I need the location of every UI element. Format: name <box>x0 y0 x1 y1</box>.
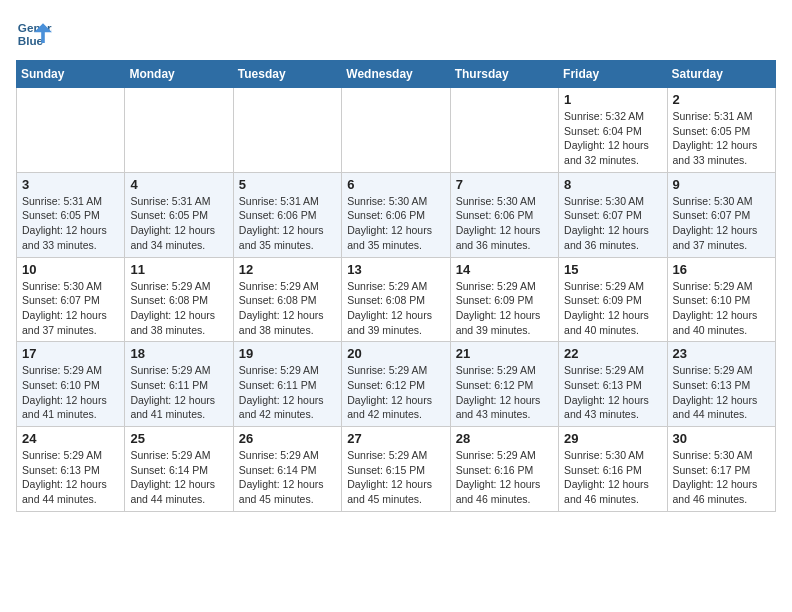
week-row-4: 17Sunrise: 5:29 AM Sunset: 6:10 PM Dayli… <box>17 342 776 427</box>
calendar-cell: 12Sunrise: 5:29 AM Sunset: 6:08 PM Dayli… <box>233 257 341 342</box>
cell-info: Sunrise: 5:29 AM Sunset: 6:09 PM Dayligh… <box>564 279 661 338</box>
cell-info: Sunrise: 5:30 AM Sunset: 6:07 PM Dayligh… <box>22 279 119 338</box>
day-number: 20 <box>347 346 444 361</box>
cell-info: Sunrise: 5:29 AM Sunset: 6:13 PM Dayligh… <box>673 363 770 422</box>
day-number: 17 <box>22 346 119 361</box>
cell-info: Sunrise: 5:30 AM Sunset: 6:07 PM Dayligh… <box>564 194 661 253</box>
calendar-cell <box>17 88 125 173</box>
day-number: 27 <box>347 431 444 446</box>
weekday-header-friday: Friday <box>559 61 667 88</box>
week-row-1: 1Sunrise: 5:32 AM Sunset: 6:04 PM Daylig… <box>17 88 776 173</box>
day-number: 3 <box>22 177 119 192</box>
calendar-cell: 14Sunrise: 5:29 AM Sunset: 6:09 PM Dayli… <box>450 257 558 342</box>
day-number: 2 <box>673 92 770 107</box>
calendar-cell: 10Sunrise: 5:30 AM Sunset: 6:07 PM Dayli… <box>17 257 125 342</box>
calendar-cell: 25Sunrise: 5:29 AM Sunset: 6:14 PM Dayli… <box>125 427 233 512</box>
calendar-cell <box>450 88 558 173</box>
cell-info: Sunrise: 5:30 AM Sunset: 6:07 PM Dayligh… <box>673 194 770 253</box>
day-number: 22 <box>564 346 661 361</box>
cell-info: Sunrise: 5:30 AM Sunset: 6:17 PM Dayligh… <box>673 448 770 507</box>
calendar-cell: 24Sunrise: 5:29 AM Sunset: 6:13 PM Dayli… <box>17 427 125 512</box>
day-number: 26 <box>239 431 336 446</box>
day-number: 9 <box>673 177 770 192</box>
day-number: 29 <box>564 431 661 446</box>
day-number: 1 <box>564 92 661 107</box>
cell-info: Sunrise: 5:31 AM Sunset: 6:05 PM Dayligh… <box>673 109 770 168</box>
day-number: 18 <box>130 346 227 361</box>
cell-info: Sunrise: 5:31 AM Sunset: 6:05 PM Dayligh… <box>22 194 119 253</box>
cell-info: Sunrise: 5:29 AM Sunset: 6:11 PM Dayligh… <box>130 363 227 422</box>
logo: General Blue <box>16 16 56 52</box>
calendar-cell: 26Sunrise: 5:29 AM Sunset: 6:14 PM Dayli… <box>233 427 341 512</box>
calendar-cell: 13Sunrise: 5:29 AM Sunset: 6:08 PM Dayli… <box>342 257 450 342</box>
day-number: 12 <box>239 262 336 277</box>
cell-info: Sunrise: 5:31 AM Sunset: 6:06 PM Dayligh… <box>239 194 336 253</box>
calendar-cell: 4Sunrise: 5:31 AM Sunset: 6:05 PM Daylig… <box>125 172 233 257</box>
weekday-header-thursday: Thursday <box>450 61 558 88</box>
logo-icon: General Blue <box>16 16 52 52</box>
calendar-cell: 30Sunrise: 5:30 AM Sunset: 6:17 PM Dayli… <box>667 427 775 512</box>
calendar-cell: 20Sunrise: 5:29 AM Sunset: 6:12 PM Dayli… <box>342 342 450 427</box>
day-number: 24 <box>22 431 119 446</box>
calendar-cell <box>125 88 233 173</box>
day-number: 23 <box>673 346 770 361</box>
cell-info: Sunrise: 5:29 AM Sunset: 6:15 PM Dayligh… <box>347 448 444 507</box>
weekday-header-sunday: Sunday <box>17 61 125 88</box>
day-number: 5 <box>239 177 336 192</box>
cell-info: Sunrise: 5:30 AM Sunset: 6:06 PM Dayligh… <box>456 194 553 253</box>
cell-info: Sunrise: 5:31 AM Sunset: 6:05 PM Dayligh… <box>130 194 227 253</box>
cell-info: Sunrise: 5:29 AM Sunset: 6:11 PM Dayligh… <box>239 363 336 422</box>
weekday-header-saturday: Saturday <box>667 61 775 88</box>
cell-info: Sunrise: 5:29 AM Sunset: 6:12 PM Dayligh… <box>456 363 553 422</box>
day-number: 25 <box>130 431 227 446</box>
day-number: 16 <box>673 262 770 277</box>
svg-text:Blue: Blue <box>18 34 44 47</box>
calendar-cell: 2Sunrise: 5:31 AM Sunset: 6:05 PM Daylig… <box>667 88 775 173</box>
cell-info: Sunrise: 5:29 AM Sunset: 6:10 PM Dayligh… <box>673 279 770 338</box>
calendar-cell: 23Sunrise: 5:29 AM Sunset: 6:13 PM Dayli… <box>667 342 775 427</box>
calendar-cell: 11Sunrise: 5:29 AM Sunset: 6:08 PM Dayli… <box>125 257 233 342</box>
day-number: 19 <box>239 346 336 361</box>
cell-info: Sunrise: 5:29 AM Sunset: 6:10 PM Dayligh… <box>22 363 119 422</box>
calendar-cell: 16Sunrise: 5:29 AM Sunset: 6:10 PM Dayli… <box>667 257 775 342</box>
day-number: 28 <box>456 431 553 446</box>
cell-info: Sunrise: 5:29 AM Sunset: 6:14 PM Dayligh… <box>130 448 227 507</box>
calendar-cell <box>233 88 341 173</box>
calendar-cell: 6Sunrise: 5:30 AM Sunset: 6:06 PM Daylig… <box>342 172 450 257</box>
day-number: 4 <box>130 177 227 192</box>
calendar-cell: 1Sunrise: 5:32 AM Sunset: 6:04 PM Daylig… <box>559 88 667 173</box>
cell-info: Sunrise: 5:30 AM Sunset: 6:06 PM Dayligh… <box>347 194 444 253</box>
calendar-cell: 18Sunrise: 5:29 AM Sunset: 6:11 PM Dayli… <box>125 342 233 427</box>
page-header: General Blue <box>16 16 776 52</box>
week-row-2: 3Sunrise: 5:31 AM Sunset: 6:05 PM Daylig… <box>17 172 776 257</box>
calendar-cell: 29Sunrise: 5:30 AM Sunset: 6:16 PM Dayli… <box>559 427 667 512</box>
calendar-cell: 19Sunrise: 5:29 AM Sunset: 6:11 PM Dayli… <box>233 342 341 427</box>
day-number: 8 <box>564 177 661 192</box>
calendar-cell: 21Sunrise: 5:29 AM Sunset: 6:12 PM Dayli… <box>450 342 558 427</box>
day-number: 10 <box>22 262 119 277</box>
weekday-header-row: SundayMondayTuesdayWednesdayThursdayFrid… <box>17 61 776 88</box>
weekday-header-tuesday: Tuesday <box>233 61 341 88</box>
day-number: 13 <box>347 262 444 277</box>
cell-info: Sunrise: 5:29 AM Sunset: 6:08 PM Dayligh… <box>130 279 227 338</box>
calendar-cell: 3Sunrise: 5:31 AM Sunset: 6:05 PM Daylig… <box>17 172 125 257</box>
calendar-cell: 8Sunrise: 5:30 AM Sunset: 6:07 PM Daylig… <box>559 172 667 257</box>
calendar-cell: 5Sunrise: 5:31 AM Sunset: 6:06 PM Daylig… <box>233 172 341 257</box>
cell-info: Sunrise: 5:32 AM Sunset: 6:04 PM Dayligh… <box>564 109 661 168</box>
cell-info: Sunrise: 5:29 AM Sunset: 6:14 PM Dayligh… <box>239 448 336 507</box>
week-row-3: 10Sunrise: 5:30 AM Sunset: 6:07 PM Dayli… <box>17 257 776 342</box>
calendar-cell: 17Sunrise: 5:29 AM Sunset: 6:10 PM Dayli… <box>17 342 125 427</box>
calendar-cell: 27Sunrise: 5:29 AM Sunset: 6:15 PM Dayli… <box>342 427 450 512</box>
week-row-5: 24Sunrise: 5:29 AM Sunset: 6:13 PM Dayli… <box>17 427 776 512</box>
day-number: 30 <box>673 431 770 446</box>
day-number: 7 <box>456 177 553 192</box>
cell-info: Sunrise: 5:29 AM Sunset: 6:16 PM Dayligh… <box>456 448 553 507</box>
calendar-cell: 28Sunrise: 5:29 AM Sunset: 6:16 PM Dayli… <box>450 427 558 512</box>
day-number: 11 <box>130 262 227 277</box>
calendar-cell <box>342 88 450 173</box>
day-number: 6 <box>347 177 444 192</box>
day-number: 21 <box>456 346 553 361</box>
day-number: 14 <box>456 262 553 277</box>
calendar-cell: 22Sunrise: 5:29 AM Sunset: 6:13 PM Dayli… <box>559 342 667 427</box>
calendar-table: SundayMondayTuesdayWednesdayThursdayFrid… <box>16 60 776 512</box>
